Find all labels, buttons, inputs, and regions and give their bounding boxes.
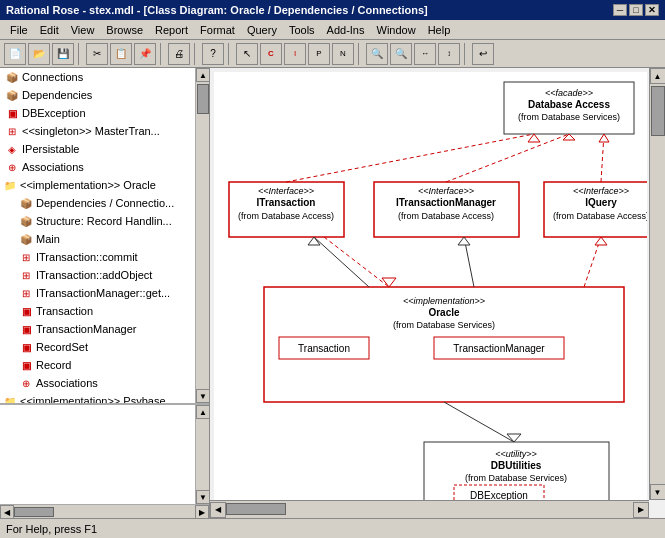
menu-tools[interactable]: Tools [283, 22, 321, 38]
class-btn[interactable]: C [260, 43, 282, 65]
hscroll-right-btn[interactable]: ▶ [195, 505, 209, 519]
scroll-up-btn[interactable]: ▲ [196, 68, 209, 82]
fit-btn[interactable]: ↔ [414, 43, 436, 65]
tree-item-itx-addobject[interactable]: ⊞ ITransaction::addObject [0, 266, 195, 284]
menu-query[interactable]: Query [241, 22, 283, 38]
tree-vscroll[interactable]: ▲ ▼ [195, 68, 209, 403]
maximize-btn[interactable]: □ [629, 4, 643, 16]
save-btn[interactable]: 💾 [52, 43, 74, 65]
preview-area: ▲ ▼ [0, 404, 209, 504]
tree-item-dependencies[interactable]: 📦 Dependencies [0, 86, 195, 104]
preview-scroll-up[interactable]: ▲ [196, 405, 210, 419]
tree-item-dbexception[interactable]: ▣ DBException [0, 104, 195, 122]
package-icon: 📦 [18, 213, 34, 229]
menu-view[interactable]: View [65, 22, 101, 38]
tree-item-recordset[interactable]: ▣ RecordSet [0, 338, 195, 356]
menu-format[interactable]: Format [194, 22, 241, 38]
status-bar: For Help, press F1 [0, 518, 665, 538]
main-area: 📦 Connections 📦 Dependencies ▣ DBExcepti… [0, 68, 665, 518]
tree-item-itx-commit[interactable]: ⊞ ITransaction::commit [0, 248, 195, 266]
minimize-btn[interactable]: ─ [613, 4, 627, 16]
svg-text:(from Database Access): (from Database Access) [238, 211, 334, 221]
note-btn[interactable]: N [332, 43, 354, 65]
preview-scroll-track [196, 419, 209, 490]
cursor-btn[interactable]: ↖ [236, 43, 258, 65]
tree-item-oracle-folder[interactable]: 📁 <<implementation>> Oracle [0, 176, 195, 194]
tree-item-transaction[interactable]: ▣ Transaction [0, 302, 195, 320]
preview-canvas [0, 405, 195, 504]
tree-item-record[interactable]: ▣ Record [0, 356, 195, 374]
tree-item-associations[interactable]: ⊕ Associations [0, 158, 195, 176]
diag-scroll-down[interactable]: ▼ [650, 484, 666, 500]
print-btn[interactable]: 🖨 [168, 43, 190, 65]
assoc-icon: ⊕ [4, 159, 20, 175]
svg-text:(from Database Services): (from Database Services) [465, 473, 567, 483]
diag-scroll-left[interactable]: ◀ [210, 502, 226, 518]
menu-file[interactable]: File [4, 22, 34, 38]
tree-item-ipersistable[interactable]: ◈ IPersistable [0, 140, 195, 158]
iface-btn[interactable]: I [284, 43, 306, 65]
svg-text:<<Interface>>: <<Interface>> [258, 186, 314, 196]
method-icon: ⊞ [18, 249, 34, 265]
fit2-btn[interactable]: ↕ [438, 43, 460, 65]
scroll-down-btn[interactable]: ▼ [196, 389, 209, 403]
close-btn[interactable]: ✕ [645, 4, 659, 16]
cut-btn[interactable]: ✂ [86, 43, 108, 65]
sep1 [78, 43, 82, 65]
pkg-btn[interactable]: P [308, 43, 330, 65]
svg-line-32 [314, 237, 369, 287]
diag-scroll-right[interactable]: ▶ [633, 502, 649, 518]
diag-vtrack [651, 84, 665, 484]
tree-item-dep-conn[interactable]: 📦 Dependencies / Connectio... [0, 194, 195, 212]
diag-scroll-up[interactable]: ▲ [650, 68, 666, 84]
class-icon: ▣ [18, 357, 34, 373]
svg-text:ITransaction: ITransaction [257, 197, 316, 208]
sep6 [464, 43, 468, 65]
svg-text:IQuery: IQuery [585, 197, 617, 208]
tree-item-structure[interactable]: 📦 Structure: Record Handlin... [0, 212, 195, 230]
new-btn[interactable]: 📄 [4, 43, 26, 65]
svg-text:<<Interface>>: <<Interface>> [573, 186, 629, 196]
menu-report[interactable]: Report [149, 22, 194, 38]
menu-bar: File Edit View Browse Report Format Quer… [0, 20, 665, 40]
hscroll-left-btn[interactable]: ◀ [0, 505, 14, 519]
paste-btn[interactable]: 📌 [134, 43, 156, 65]
svg-text:DBUtilities: DBUtilities [491, 460, 542, 471]
tree-item-associations2[interactable]: ⊕ Associations [0, 374, 195, 392]
svg-line-18 [446, 134, 569, 182]
diagram-hscroll[interactable]: ◀ ▶ [210, 500, 649, 518]
menu-addins[interactable]: Add-Ins [321, 22, 371, 38]
status-text: For Help, press F1 [6, 523, 97, 535]
preview-vscroll[interactable]: ▲ ▼ [195, 405, 209, 504]
package-icon: 📦 [4, 69, 20, 85]
tree-item-mastertran[interactable]: ⊞ <<singleton>> MasterTran... [0, 122, 195, 140]
package-icon: 📦 [4, 87, 20, 103]
copy-btn[interactable]: 📋 [110, 43, 132, 65]
menu-help[interactable]: Help [422, 22, 457, 38]
tree-item-txmgr[interactable]: ▣ TransactionManager [0, 320, 195, 338]
tree-hscroll[interactable]: ◀ ▶ [0, 504, 209, 518]
zoom-in-btn[interactable]: 🔍 [366, 43, 388, 65]
tree-scroll-content[interactable]: 📦 Connections 📦 Dependencies ▣ DBExcepti… [0, 68, 195, 403]
tree-item-connections[interactable]: 📦 Connections [0, 68, 195, 86]
tree-item-psybase-folder[interactable]: 📁 <<implementation>> Psybase [0, 392, 195, 403]
undo-btn[interactable]: ↩ [472, 43, 494, 65]
svg-marker-21 [599, 134, 609, 142]
open-btn[interactable]: 📂 [28, 43, 50, 65]
package-icon: 📦 [18, 195, 34, 211]
diagram-area[interactable]: <<facade>> Database Access (from Databas… [210, 68, 665, 518]
tree-view: 📦 Connections 📦 Dependencies ▣ DBExcepti… [0, 68, 209, 404]
zoom-out-btn[interactable]: 🔍 [390, 43, 412, 65]
tree-item-itxmgr-get[interactable]: ⊞ ITransactionManager::get... [0, 284, 195, 302]
sep5 [358, 43, 362, 65]
diagram-vscroll[interactable]: ▲ ▼ [649, 68, 665, 500]
preview-scroll-down[interactable]: ▼ [196, 490, 210, 504]
tree-item-main[interactable]: 📦 Main [0, 230, 195, 248]
help-btn[interactable]: ? [202, 43, 224, 65]
class-icon: ▣ [18, 339, 34, 355]
menu-browse[interactable]: Browse [100, 22, 149, 38]
menu-edit[interactable]: Edit [34, 22, 65, 38]
svg-line-30 [324, 237, 389, 287]
menu-window[interactable]: Window [371, 22, 422, 38]
diagram-canvas: <<facade>> Database Access (from Databas… [214, 72, 647, 500]
